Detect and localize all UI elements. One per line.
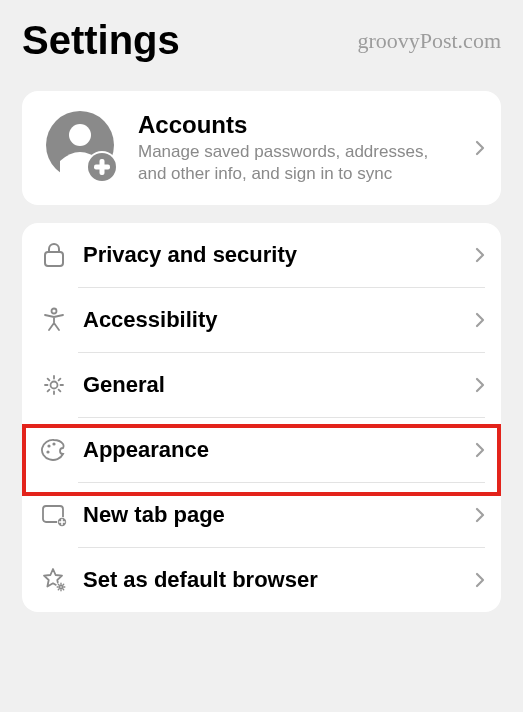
list-item-default-browser[interactable]: Set as default browser [22,548,501,612]
lock-icon [40,242,68,268]
svg-point-10 [52,442,55,445]
list-item-label: Appearance [83,437,460,463]
svg-rect-5 [94,165,110,170]
list-item-label: Accessibility [83,307,460,333]
account-avatar-icon [44,109,122,187]
chevron-right-icon [475,572,485,588]
list-item-label: Privacy and security [83,242,460,268]
account-text: Accounts Manage saved passwords, address… [138,111,459,185]
chevron-right-icon [475,140,485,156]
page-title: Settings [22,18,180,63]
header-bar: Settings groovyPost.com [0,0,523,73]
palette-icon [40,438,68,462]
list-item-appearance[interactable]: Appearance [22,418,501,482]
svg-point-7 [52,309,57,314]
accounts-card[interactable]: Accounts Manage saved passwords, address… [22,91,501,205]
list-item-newtab[interactable]: New tab page [22,483,501,547]
list-item-label: New tab page [83,502,460,528]
list-item-general[interactable]: General [22,353,501,417]
svg-point-8 [51,382,58,389]
svg-point-1 [69,124,91,146]
settings-list: Privacy and security Accessibility [22,223,501,612]
accessibility-icon [40,307,68,333]
chevron-right-icon [475,507,485,523]
svg-point-11 [46,450,49,453]
svg-point-9 [47,444,50,447]
star-gear-icon [40,567,68,593]
chevron-right-icon [475,377,485,393]
svg-rect-6 [45,252,63,266]
account-subtitle: Manage saved passwords, addresses, and o… [138,141,459,185]
account-title: Accounts [138,111,459,139]
list-item-privacy[interactable]: Privacy and security [22,223,501,287]
chevron-right-icon [475,312,485,328]
chevron-right-icon [475,247,485,263]
chevron-right-icon [475,442,485,458]
list-item-label: Set as default browser [83,567,460,593]
watermark: groovyPost.com [357,28,501,54]
list-item-label: General [83,372,460,398]
list-item-accessibility[interactable]: Accessibility [22,288,501,352]
newtab-icon [40,503,68,527]
gear-icon [40,373,68,397]
